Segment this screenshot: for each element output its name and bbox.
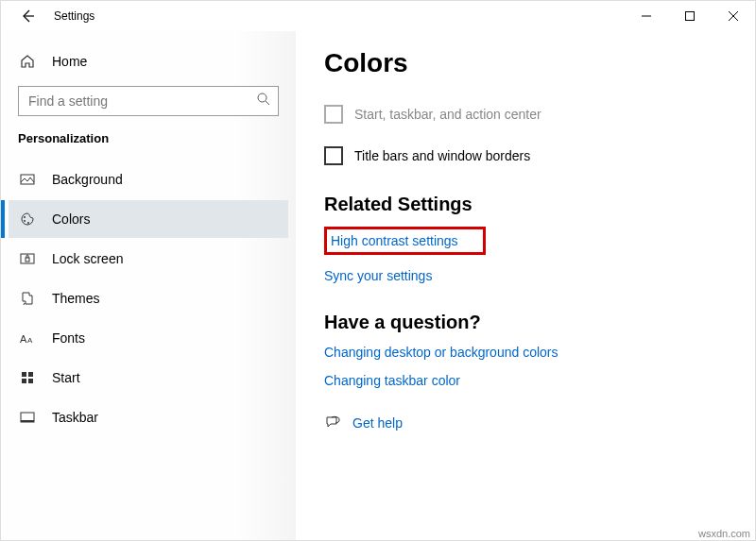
minimize-button[interactable]	[625, 1, 668, 31]
lock-screen-icon	[18, 251, 37, 266]
sidebar-item-label: Lock screen	[52, 251, 123, 266]
image-icon	[18, 172, 37, 187]
sidebar-item-label: Background	[52, 172, 123, 187]
palette-icon	[18, 211, 37, 227]
link-desktop-colors[interactable]: Changing desktop or background colors	[324, 345, 727, 360]
svg-rect-0	[686, 12, 695, 21]
search-icon	[256, 92, 271, 107]
content-panel: Colors Start, taskbar, and action center…	[296, 31, 755, 540]
sidebar-item-label: Colors	[52, 211, 90, 227]
search-wrap	[18, 86, 279, 116]
home-icon	[18, 54, 37, 69]
close-icon	[729, 11, 738, 21]
minimize-icon	[642, 11, 651, 21]
svg-rect-10	[22, 372, 26, 377]
sidebar-item-label: Themes	[52, 291, 100, 306]
svg-text:A: A	[20, 333, 27, 345]
highlight-box: High contrast settings	[324, 227, 486, 255]
titlebar: Settings	[1, 1, 755, 31]
window-controls	[625, 1, 755, 31]
taskbar-icon	[18, 410, 37, 425]
sidebar-item-themes[interactable]: Themes	[9, 279, 288, 317]
svg-point-3	[24, 216, 26, 218]
close-button[interactable]	[712, 1, 755, 31]
svg-rect-13	[28, 379, 33, 383]
help-chat-icon	[324, 414, 341, 431]
home-label: Home	[52, 54, 87, 69]
category-label: Personalization	[9, 131, 288, 161]
settings-window: Settings Home Personalization	[0, 0, 756, 541]
link-sync-settings[interactable]: Sync your settings	[324, 268, 727, 283]
sidebar-item-label: Start	[52, 370, 80, 385]
checkbox-label: Start, taskbar, and action center	[354, 107, 541, 122]
have-a-question-title: Have a question?	[324, 312, 727, 333]
sidebar-item-fonts[interactable]: AA Fonts	[9, 319, 288, 357]
checkbox-icon	[324, 146, 343, 165]
window-body: Home Personalization Background Colors	[1, 31, 755, 540]
svg-rect-15	[21, 420, 34, 422]
sidebar-item-label: Fonts	[52, 330, 85, 346]
page-title: Colors	[324, 48, 727, 78]
checkbox-label: Title bars and window borders	[354, 148, 530, 163]
svg-point-5	[27, 222, 29, 224]
themes-icon	[18, 291, 37, 306]
get-help-row[interactable]: Get help	[324, 414, 727, 431]
window-title: Settings	[54, 9, 94, 23]
sidebar-item-background[interactable]: Background	[9, 161, 288, 198]
nav-list: Background Colors Lock screen Themes AA …	[9, 161, 288, 438]
svg-rect-12	[22, 379, 26, 383]
sidebar-item-label: Taskbar	[52, 410, 98, 425]
svg-point-4	[24, 220, 26, 222]
svg-rect-11	[28, 372, 33, 377]
arrow-left-icon	[20, 8, 35, 24]
checkbox-icon	[324, 105, 343, 124]
related-settings-title: Related Settings	[324, 194, 727, 215]
sidebar-item-start[interactable]: Start	[9, 359, 288, 397]
search-input[interactable]	[18, 86, 279, 116]
sidebar-item-lock-screen[interactable]: Lock screen	[9, 240, 288, 278]
sidebar: Home Personalization Background Colors	[1, 31, 296, 540]
sidebar-item-colors[interactable]: Colors	[9, 200, 288, 238]
back-button[interactable]	[16, 5, 39, 27]
maximize-button[interactable]	[668, 1, 712, 31]
home-button[interactable]: Home	[9, 42, 288, 80]
maximize-icon	[685, 11, 695, 21]
link-get-help[interactable]: Get help	[352, 415, 403, 431]
checkbox-start-taskbar: Start, taskbar, and action center	[324, 105, 727, 124]
sidebar-item-taskbar[interactable]: Taskbar	[9, 398, 288, 436]
svg-text:A: A	[27, 336, 33, 345]
watermark: wsxdn.com	[698, 528, 750, 539]
checkbox-title-bars[interactable]: Title bars and window borders	[324, 146, 727, 165]
svg-rect-7	[26, 258, 29, 262]
svg-point-1	[258, 93, 266, 102]
link-taskbar-color[interactable]: Changing taskbar color	[324, 373, 727, 388]
link-high-contrast[interactable]: High contrast settings	[331, 233, 458, 248]
fonts-icon: AA	[18, 330, 37, 346]
start-icon	[18, 370, 37, 385]
